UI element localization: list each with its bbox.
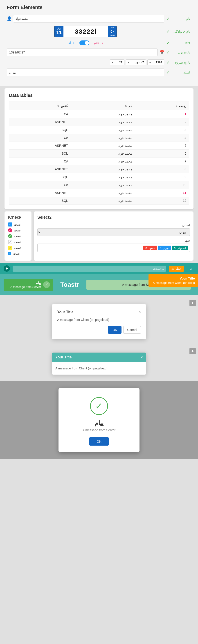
home-icon: ⌂ — [189, 266, 192, 270]
tag-mashhad-remove[interactable]: × — [145, 246, 147, 250]
male-option[interactable]: ♂ آقا — [68, 41, 75, 45]
modal1-title: Your Title — [57, 310, 73, 314]
icheck-label-3: تست — [14, 234, 21, 238]
day-select[interactable]: 27 — [110, 59, 124, 66]
city-search-input[interactable] — [105, 246, 142, 250]
toastr-home-btn[interactable]: ⌂ — [187, 265, 194, 272]
cell-class: SQL — [9, 150, 71, 158]
icheck-item-5: تست ✓ — [8, 246, 28, 250]
success-circle-icon: ✓ — [90, 397, 108, 415]
cell-num: 12 — [135, 197, 189, 205]
sort-row-icon[interactable]: ⇅ — [175, 105, 177, 108]
cell-name: محمد جواد — [71, 126, 135, 134]
icheck-checkbox-1[interactable]: ✓ — [8, 222, 12, 226]
cell-name: محمد جواد — [71, 150, 135, 158]
birthdate-input-wrap: 📅 1399/07/27 — [7, 48, 164, 56]
cell-class: #C — [9, 110, 71, 118]
toastr-label: Toastr — [60, 281, 79, 288]
lastname-check-icon: ✓ — [166, 29, 170, 34]
female-option[interactable]: ♀ خانم — [94, 41, 104, 45]
icheck-checkbox-5[interactable]: ✓ — [8, 246, 12, 250]
cell-num: 9 — [135, 173, 189, 181]
tag-tehran-remove[interactable]: × — [160, 246, 161, 250]
form-elements-section: Form Elements نام ✓ محمدجواد 👤 نام خانوا… — [0, 0, 198, 86]
sort-class-icon[interactable]: ⇅ — [57, 105, 59, 108]
plate-number: 33ا222 — [63, 26, 108, 37]
icheck-item-1: تست ✓ — [8, 222, 28, 226]
province-label: استان — [171, 70, 191, 74]
select2-title: Select2 — [37, 215, 190, 220]
warning-icon: ⚠ — [171, 267, 174, 270]
cell-num: 1 — [135, 110, 189, 118]
cell-num: 3 — [135, 126, 189, 134]
modal2-title: Your Title — [55, 355, 72, 359]
table-row: 11 محمد جواد ASP.NET — [9, 189, 189, 197]
plate-container: I.R. ☪ IRAN 33ا222 ایران 11 — [54, 26, 117, 37]
plate-flag-bottom: IRAN — [110, 34, 115, 36]
cell-class: ASP.NET — [9, 189, 71, 197]
warning-label: خطر — [175, 267, 181, 270]
icheck-checkbox-3[interactable]: ✓ — [8, 234, 12, 238]
cell-class: ASP.NET — [9, 166, 71, 173]
female-label: خانم — [94, 41, 100, 45]
month-select[interactable]: 7 - مهر — [126, 59, 146, 66]
cell-name: محمد جواد — [71, 197, 135, 205]
icheck-item-4: تست ✓ — [8, 240, 28, 244]
success-ok-btn[interactable]: OK — [89, 437, 109, 446]
success-dialog: ✓ پیام A message from Server OK — [59, 388, 139, 452]
sort-name-icon[interactable]: ⇅ — [125, 105, 127, 108]
tag-tehran[interactable]: تهران × — [158, 246, 171, 250]
tag-mashhad-text: مشهد — [148, 246, 155, 250]
table-row: 1 محمد جواد #C — [9, 110, 189, 118]
toastr-search-input[interactable] — [13, 266, 166, 272]
tag-isfahan-remove[interactable]: × — [174, 246, 176, 250]
province-input[interactable]: تهران — [7, 68, 164, 76]
modal1-ok-btn[interactable]: OK — [108, 326, 121, 334]
birthdate-input[interactable]: 1399/07/27 — [7, 48, 157, 56]
table-row: 4 محمد جواد #C — [9, 134, 189, 142]
startdate-row: تاریخ شروع ✓ 1399 7 - مهر 27 — [7, 59, 191, 66]
cell-num: 11 — [135, 189, 189, 197]
modal1-plus-btn[interactable]: + — [189, 300, 196, 306]
modal2-close-btn[interactable]: × — [141, 355, 143, 359]
table-row: 8 محمد جواد ASP.NET — [9, 166, 189, 173]
toastr-warning-btn[interactable]: ⚠ خطر — [169, 266, 184, 272]
cell-class: ASP.NET — [9, 142, 71, 150]
modal1-close-btn[interactable]: × — [138, 310, 141, 314]
test-label: Test — [171, 41, 191, 45]
license-plate: I.R. ☪ IRAN 33ا222 ایران 11 — [7, 26, 164, 37]
data-table: ردیف ⇅ نام ⇅ کلاس ⇅ 1 محمد جواد #C 2 محم… — [9, 102, 189, 205]
icheck-item-6: تست ✓ — [8, 252, 28, 255]
tag-mashhad[interactable]: مشهد × — [143, 246, 157, 250]
tag-isfahan[interactable]: اصفهان × — [172, 246, 188, 250]
cell-name: محمد جواد — [71, 173, 135, 181]
modal1-cancel-btn[interactable]: Cancel — [123, 326, 141, 334]
cell-class: SQL — [9, 197, 71, 205]
name-input[interactable]: محمدجواد — [13, 15, 164, 22]
year-select[interactable]: 1399 — [147, 59, 164, 66]
table-row: 12 محمد جواد SQL — [9, 197, 189, 205]
city-tags-wrap[interactable]: اصفهان × تهران × مشهد × — [37, 244, 190, 252]
province-select[interactable]: تهران — [37, 228, 190, 236]
toastr-plus-btn[interactable]: + — [4, 265, 10, 272]
col-class-header: کلاس ⇅ — [9, 102, 71, 110]
cell-name: محمد جواد — [71, 142, 135, 150]
green-check-icon: ✓ — [43, 281, 50, 288]
toast-bottom-body: A message from Server — [10, 285, 41, 288]
table-row: 2 محمد جواد ASP.NET — [9, 118, 189, 126]
toast-notif-title: Your Title — [152, 276, 195, 280]
person-icon: 👤 — [7, 16, 12, 21]
modal2-plus-btn[interactable]: + — [189, 348, 196, 354]
icheck-checkbox-2[interactable]: ✓ — [8, 228, 12, 232]
gender-switch[interactable] — [79, 40, 89, 46]
calendar-icon: 📅 — [159, 50, 164, 55]
cell-name: محمد جواد — [71, 158, 135, 166]
cell-num: 6 — [135, 150, 189, 158]
form-elements-title: Form Elements — [7, 4, 191, 10]
province-select-label: استان — [37, 223, 190, 227]
table-row: 3 محمد جواد SQL — [9, 126, 189, 134]
icheck-checkbox-6[interactable]: ✓ — [8, 252, 11, 255]
icheck-checkbox-4[interactable]: ✓ — [8, 240, 12, 244]
table-row: 7 محمد جواد #C — [9, 158, 189, 166]
toastr-title: Toastr — [60, 281, 79, 288]
